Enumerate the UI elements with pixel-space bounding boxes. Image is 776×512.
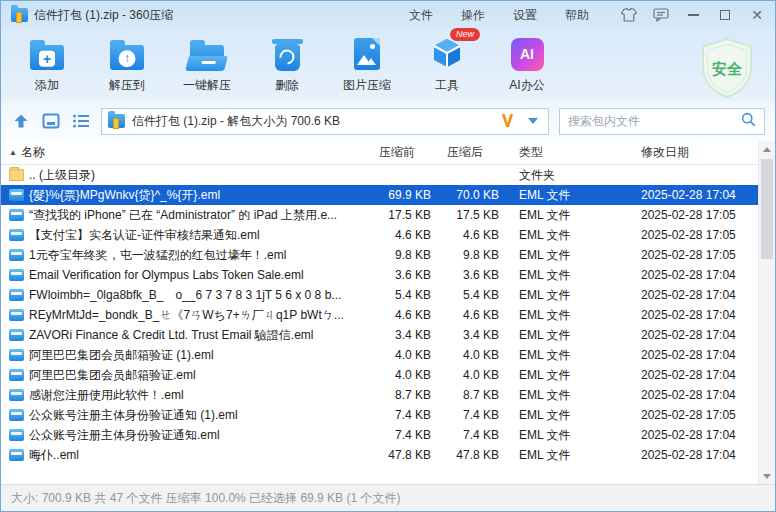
file-row[interactable]: REyMrMtJd=_bondk_B_ㄝ《7ㄢWち7+ㄌ厂ㄐq1P bWtㄅ..… [1,305,758,325]
extract-to-icon [110,33,144,75]
image-compress-button[interactable]: 图片压缩 [327,33,407,94]
eml-file-icon [9,409,24,421]
file-size-before: 9.8 KB [365,248,435,262]
ai-office-label: AI办公 [509,77,544,94]
sort-asc-icon: ▲ [9,148,17,157]
ai-office-button[interactable]: AI办公 [487,33,567,94]
file-size-after: 8.7 KB [435,388,503,402]
file-type: EML 文件 [503,247,619,264]
archive-path-text: 信件打包 (1).zip - 解包大小为 700.6 KB [132,113,495,130]
eml-file-icon [9,369,24,381]
file-size-after: 9.8 KB [435,248,503,262]
file-type: EML 文件 [503,327,619,344]
scroll-down-icon[interactable] [759,468,775,484]
up-level-icon[interactable] [11,111,31,131]
file-row[interactable]: Email Verification for Olympus Labs Toke… [1,265,758,285]
archive-path-combobox[interactable]: 信件打包 (1).zip - 解包大小为 700.6 KB V [101,108,549,135]
skin-icon[interactable] [621,7,637,23]
eml-file-icon [9,249,24,261]
file-row[interactable]: “查找我的 iPhone” 已在 “Administrator” 的 iPad … [1,205,758,225]
close-button[interactable]: ✕ [749,7,765,23]
file-rows: .. (上级目录) 文件夹 {髮}%{票}MPgWnkv{贷}^_%{开}.em… [1,165,758,484]
file-row[interactable]: .. (上级目录) 文件夹 [1,165,758,185]
file-row[interactable]: FWloimbh=_0lga8bfk_B_ o__6 7 3 7 8 3 1jT… [1,285,758,305]
file-type: EML 文件 [503,207,619,224]
header-size-before[interactable]: 压缩前 [365,144,435,161]
search-input[interactable] [568,114,735,128]
file-row[interactable]: {髮}%{票}MPgWnkv{贷}^_%{开}.eml 69.9 KB 70.0… [1,185,758,205]
combobox-dropdown-icon[interactable] [528,118,538,124]
window-title: 信件打包 (1).zip - 360压缩 [34,7,173,24]
eml-file-icon [9,349,24,361]
file-name: 阿里巴巴集团会员邮箱验证 (1).eml [29,347,214,364]
file-date: 2025-02-28 17:04 [619,328,758,342]
file-row[interactable]: 阿里巴巴集团会员邮箱验证.eml 4.0 KB 4.0 KB EML 文件 20… [1,365,758,385]
file-row[interactable]: 感谢您注册使用此软件！.eml 8.7 KB 8.7 KB EML 文件 202… [1,385,758,405]
file-date: 2025-02-28 17:04 [619,388,758,402]
menu-help[interactable]: 帮助 [565,7,589,24]
file-size-after: 17.5 KB [435,208,503,222]
file-row[interactable]: 晦仆..eml 47.8 KB 47.8 KB EML 文件 2025-02-2… [1,445,758,465]
header-name[interactable]: ▲ 名称 [1,144,365,161]
file-row[interactable]: 公众账号注册主体身份验证通知 (1).eml 7.4 KB 7.4 KB EML… [1,405,758,425]
file-size-before: 3.4 KB [365,328,435,342]
file-size-before: 3.6 KB [365,268,435,282]
file-row[interactable]: 公众账号注册主体身份验证通知.eml 7.4 KB 7.4 KB EML 文件 … [1,425,758,445]
add-folder-icon [30,33,64,75]
file-size-before: 4.6 KB [365,308,435,322]
eml-file-icon [9,429,24,441]
scroll-up-icon[interactable] [759,141,775,157]
file-size-after: 4.0 KB [435,368,503,382]
file-date: 2025-02-28 17:05 [619,408,758,422]
menu-action[interactable]: 操作 [461,7,485,24]
file-size-after: 47.8 KB [435,448,503,462]
menu-bar: 文件 操作 设置 帮助 [409,7,589,24]
scrollbar-track[interactable] [759,157,775,468]
file-type: EML 文件 [503,407,619,424]
file-size-after: 7.4 KB [435,408,503,422]
file-row[interactable]: 【支付宝】实名认证-证件审核结果通知.eml 4.6 KB 4.6 KB EML… [1,225,758,245]
tools-button[interactable]: New 工具 [407,33,487,94]
file-size-after: 4.0 KB [435,348,503,362]
file-size-after: 4.6 KB [435,228,503,242]
file-name: “查找我的 iPhone” 已在 “Administrator” 的 iPad … [29,207,337,224]
address-bar: 信件打包 (1).zip - 解包大小为 700.6 KB V [1,101,775,141]
file-row[interactable]: 1元夺宝年终奖，屯一波猛烈的红包过壕年！.eml 9.8 KB 9.8 KB E… [1,245,758,265]
safety-shield-badge[interactable]: 安全 [697,37,757,102]
header-type[interactable]: 类型 [503,144,619,161]
list-view-icon[interactable] [71,111,91,131]
menu-settings[interactable]: 设置 [513,7,537,24]
file-name: FWloimbh=_0lga8bfk_B_ o__6 7 3 7 8 3 1jT… [29,287,341,304]
menu-file[interactable]: 文件 [409,7,433,24]
file-size-after: 3.4 KB [435,328,503,342]
file-size-before: 4.0 KB [365,348,435,362]
large-icon-view-icon[interactable] [41,111,61,131]
file-row[interactable]: 阿里巴巴集团会员邮箱验证 (1).eml 4.0 KB 4.0 KB EML 文… [1,345,758,365]
image-compress-icon [354,33,380,75]
extract-to-button[interactable]: 解压到 [87,33,167,94]
one-click-extract-button[interactable]: 一键解压 [167,33,247,94]
file-name: REyMrMtJd=_bondk_B_ㄝ《7ㄢWち7+ㄌ厂ㄐq1P bWtㄅ..… [29,307,344,324]
file-row[interactable]: ZAVORi Finance & Credit Ltd. Trust Email… [1,325,758,345]
title-bar: 信件打包 (1).zip - 360压缩 文件 操作 设置 帮助 ✕ [1,1,775,29]
maximize-button[interactable] [717,7,733,23]
header-size-after[interactable]: 压缩后 [435,144,503,161]
vertical-scrollbar[interactable] [758,141,775,484]
delete-button[interactable]: 删除 [247,33,327,94]
safe-label: 安全 [712,60,743,77]
file-name: .. (上级目录) [29,167,95,184]
eml-file-icon [9,229,24,241]
feedback-icon[interactable] [653,7,669,23]
ai-office-icon [511,33,544,75]
file-type: EML 文件 [503,447,619,464]
file-date: 2025-02-28 17:04 [619,428,758,442]
search-icon[interactable] [741,112,756,130]
minimize-button[interactable] [685,7,701,23]
scrollbar-thumb[interactable] [761,159,773,259]
header-date[interactable]: 修改日期 [619,144,758,161]
add-button[interactable]: 添加 [7,33,87,94]
file-size-after: 7.4 KB [435,428,503,442]
file-size-before: 8.7 KB [365,388,435,402]
file-name: ZAVORi Finance & Credit Ltd. Trust Email… [29,327,314,344]
header-name-label: 名称 [21,144,45,161]
